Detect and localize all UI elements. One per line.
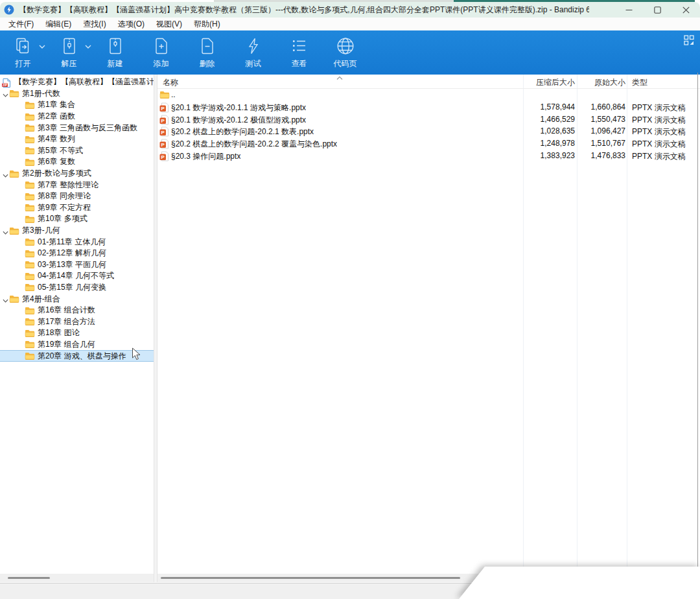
column-header-type[interactable]: 类型 <box>632 77 648 88</box>
tree-horizontal-scrollbar[interactable] <box>0 574 154 582</box>
tree-item[interactable]: 第1章 集合 <box>0 99 154 111</box>
tree-scrollbar-thumb[interactable] <box>8 577 50 579</box>
file-row[interactable]: P§20.1 数学游戏-20.1.1 游戏与策略.pptx1,578,9441,… <box>158 101 700 113</box>
toolbar-button-测试[interactable]: 测试 <box>230 30 276 75</box>
tree-item-label: 第8章 同余理论 <box>38 191 91 202</box>
tree-item[interactable]: 第4章 数列 <box>0 134 154 145</box>
compressed-size: 1,578,944 <box>541 102 575 112</box>
tree-item-label: 第6章 复数 <box>38 156 75 167</box>
tree-item-label: 01-第11章 立体几何 <box>38 237 106 248</box>
tree-item-label: 05-第15章 几何变换 <box>38 282 106 293</box>
tree-expand-chevron-icon[interactable] <box>3 90 9 97</box>
chevron-down-icon[interactable] <box>84 42 93 51</box>
folder-icon <box>25 203 35 212</box>
tree-item-label: 第16章 组合计数 <box>38 305 95 316</box>
tree-item[interactable]: 第10章 多项式 <box>0 213 154 225</box>
tree-item-label: 第10章 多项式 <box>38 213 88 224</box>
toolbar-button-新建[interactable]: 新建 <box>92 30 138 75</box>
tree-expand-chevron-icon[interactable] <box>3 228 9 234</box>
menu-item-3[interactable]: 选项(O) <box>112 18 150 31</box>
tree-item[interactable]: 01-第11章 立体几何 <box>0 236 154 248</box>
tree-item[interactable]: 02-第12章 解析几何 <box>0 248 154 259</box>
minimize-button[interactable] <box>614 2 643 18</box>
file-name: §20.2 棋盘上的数学问题-20.2.1 数表.pptx <box>171 126 314 137</box>
tree-item[interactable]: 第6章 复数 <box>0 156 154 168</box>
toolbar-button-删除[interactable]: 删除 <box>184 30 230 75</box>
tree-expand-chevron-icon[interactable] <box>3 170 9 177</box>
menu-item-2[interactable]: 查找(I) <box>77 18 111 31</box>
tree-item[interactable]: 第3章 三角函数与反三角函数 <box>0 122 154 134</box>
file-row[interactable]: P§20.3 操作问题.pptx1,383,9231,476,833PPTX 演… <box>158 150 700 162</box>
tree-item[interactable]: 第7章 整除性理论 <box>0 179 154 191</box>
bandizip-window: 【数学竞赛】【高联教程】【涵盖强基计划】高中竞赛数学教程（第三版）---代数,数… <box>0 2 700 583</box>
toolbar-button-label: 添加 <box>154 58 169 69</box>
tree-item[interactable]: 05-第15章 几何变换 <box>0 282 154 294</box>
foreground-window-corner <box>452 567 700 599</box>
tree-item-label: 【数学竞赛】【高联教程】【涵盖强基计划】高中竞赛数学教程（第三版）---代数,数… <box>14 76 154 88</box>
tree-root-item[interactable]: ZIP【数学竞赛】【高联教程】【涵盖强基计划】高中竞赛数学教程（第三版）---代… <box>0 76 154 88</box>
tree-item[interactable]: 第8章 同余理论 <box>0 191 154 202</box>
toolbar-button-解压[interactable]: 解压 <box>46 30 92 75</box>
tree-item[interactable]: 第3册-几何 <box>0 225 154 237</box>
tree-item[interactable]: 03-第13章 平面几何 <box>0 259 154 271</box>
column-header-name[interactable]: 名称 <box>163 77 178 88</box>
folder-icon <box>25 306 35 315</box>
toolbar: 打开解压新建添加删除测试查看代码页 <box>0 30 700 75</box>
close-button[interactable] <box>671 2 700 18</box>
toolbar-button-代码页[interactable]: 代码页 <box>322 30 368 75</box>
folder-icon <box>9 89 19 98</box>
layout-grid-icon[interactable] <box>683 34 695 46</box>
toolbar-button-查看[interactable]: 查看 <box>276 30 322 75</box>
tree-item[interactable]: 第2章 函数 <box>0 111 154 123</box>
svg-text:ZIP: ZIP <box>3 84 7 87</box>
menu-item-5[interactable]: 帮助(H) <box>188 18 226 31</box>
tree-item-label: 第3章 三角函数与反三角函数 <box>38 123 137 134</box>
pptx-file-icon: P <box>159 126 169 136</box>
tree-item[interactable]: 第1册-代数 <box>0 88 154 100</box>
folder-icon <box>25 340 35 349</box>
column-header-compressed[interactable]: 压缩后大小 <box>536 77 575 88</box>
tree-item[interactable]: 第5章 不等式 <box>0 145 154 157</box>
folder-icon <box>25 123 35 132</box>
tree-item[interactable]: 第4册-组合 <box>0 293 154 305</box>
list-scrollbar-thumb[interactable] <box>161 577 460 579</box>
mouse-cursor <box>132 347 141 361</box>
file-row[interactable]: P§20.2 棋盘上的数学问题-20.2.2 覆盖与染色.pptx1,248,9… <box>158 137 700 150</box>
tree-item[interactable]: 第9章 不定方程 <box>0 202 154 214</box>
parent-directory-row[interactable]: .. <box>158 89 700 101</box>
pptx-file-icon: P <box>159 102 169 112</box>
svg-text:P: P <box>161 154 165 160</box>
tree-item[interactable]: 第16章 组合计数 <box>0 305 154 316</box>
menu-item-1[interactable]: 编辑(E) <box>40 18 77 31</box>
tree-item-label: 第17章 组合方法 <box>38 316 95 327</box>
tree-item-label: 第9章 不定方程 <box>38 202 91 213</box>
menu-bar: 文件(F)编辑(E)查找(I)选项(O)视图(V)帮助(H) <box>0 18 700 30</box>
tree-item[interactable]: 04-第14章 几何不等式 <box>0 270 154 282</box>
tree-item[interactable]: 第2册-数论与多项式 <box>0 168 154 180</box>
file-type: PPTX 演示文稿 <box>632 102 686 113</box>
file-type: PPTX 演示文稿 <box>632 126 686 137</box>
maximize-button[interactable] <box>643 2 671 18</box>
toolbar-button-打开[interactable]: 打开 <box>0 30 46 75</box>
file-row[interactable]: P§20.2 棋盘上的数学问题-20.2.1 数表.pptx1,028,6351… <box>158 125 700 137</box>
tree-item[interactable]: 第18章 图论 <box>0 327 154 339</box>
menu-item-0[interactable]: 文件(F) <box>3 18 40 31</box>
chevron-down-icon[interactable] <box>38 42 47 51</box>
file-row[interactable]: P§20.1 数学游戏-20.1.2 极值型游戏.pptx1,466,5291,… <box>158 113 700 126</box>
column-header-original[interactable]: 原始大小 <box>594 77 625 88</box>
menu-item-4[interactable]: 视图(V) <box>150 18 188 31</box>
window-title: 【数学竞赛】【高联教程】【涵盖强基计划】高中竞赛数学教程（第三版）---代数,数… <box>19 5 589 16</box>
tree-expand-chevron-icon[interactable] <box>3 296 9 302</box>
tree-item-label: 第4册-组合 <box>22 294 60 305</box>
folder-icon <box>25 249 35 258</box>
compressed-size: 1,028,635 <box>541 126 575 135</box>
toolbar-button-label: 打开 <box>16 58 31 69</box>
tree-item[interactable]: 第19章 组合几何 <box>0 339 154 351</box>
file-type: PPTX 演示文稿 <box>632 115 686 126</box>
toolbar-button-添加[interactable]: 添加 <box>138 30 184 75</box>
pptx-file-icon: P <box>159 151 169 161</box>
tree-item[interactable]: 第17章 组合方法 <box>0 316 154 327</box>
tree-item-label: 第19章 组合几何 <box>38 339 95 350</box>
tree-item[interactable]: 第20章 游戏、棋盘与操作 <box>0 350 154 362</box>
folder-icon <box>25 272 35 281</box>
